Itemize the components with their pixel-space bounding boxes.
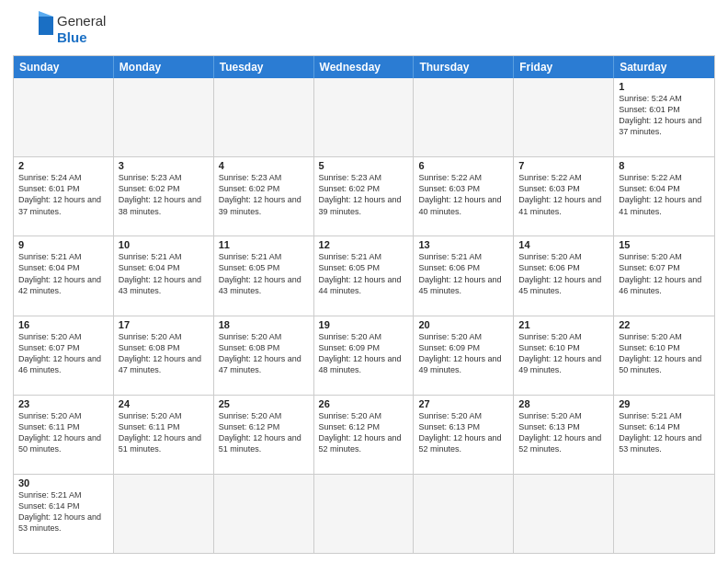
cal-cell-empty-0-1 (114, 78, 214, 156)
cal-header-wednesday: Wednesday (314, 56, 415, 78)
cal-cell-11: 11Sunrise: 5:21 AM Sunset: 6:05 PM Dayli… (214, 236, 314, 315)
day-info: Sunrise: 5:20 AM Sunset: 6:12 PM Dayligh… (319, 410, 409, 455)
cal-row-3: 16Sunrise: 5:20 AM Sunset: 6:07 PM Dayli… (14, 316, 714, 395)
day-number: 6 (418, 160, 508, 171)
cal-cell-1: 1Sunrise: 5:24 AM Sunset: 6:01 PM Daylig… (614, 78, 714, 156)
cal-cell-26: 26Sunrise: 5:20 AM Sunset: 6:12 PM Dayli… (314, 396, 415, 474)
cal-cell-empty-5-5 (514, 475, 614, 553)
cal-cell-9: 9Sunrise: 5:21 AM Sunset: 6:04 PM Daylig… (14, 236, 114, 315)
day-info: Sunrise: 5:20 AM Sunset: 6:10 PM Dayligh… (619, 331, 710, 376)
cal-cell-14: 14Sunrise: 5:20 AM Sunset: 6:06 PM Dayli… (514, 236, 614, 315)
cal-cell-18: 18Sunrise: 5:20 AM Sunset: 6:08 PM Dayli… (214, 316, 314, 395)
day-info: Sunrise: 5:22 AM Sunset: 6:03 PM Dayligh… (418, 172, 508, 217)
cal-header-monday: Monday (114, 56, 214, 78)
cal-header-saturday: Saturday (614, 56, 714, 78)
day-number: 17 (119, 319, 209, 330)
calendar: SundayMondayTuesdayWednesdayThursdayFrid… (13, 55, 715, 554)
cal-header-tuesday: Tuesday (214, 56, 314, 78)
day-number: 23 (18, 398, 108, 409)
cal-cell-22: 22Sunrise: 5:20 AM Sunset: 6:10 PM Dayli… (614, 316, 714, 395)
cal-cell-8: 8Sunrise: 5:22 AM Sunset: 6:04 PM Daylig… (614, 157, 714, 236)
day-number: 28 (518, 398, 609, 409)
day-info: Sunrise: 5:20 AM Sunset: 6:07 PM Dayligh… (619, 251, 710, 296)
day-info: Sunrise: 5:20 AM Sunset: 6:07 PM Dayligh… (18, 331, 108, 376)
day-info: Sunrise: 5:20 AM Sunset: 6:13 PM Dayligh… (518, 410, 609, 455)
day-number: 27 (418, 398, 508, 409)
day-info: Sunrise: 5:20 AM Sunset: 6:06 PM Dayligh… (518, 251, 609, 296)
cal-cell-empty-0-2 (214, 78, 314, 156)
day-info: Sunrise: 5:20 AM Sunset: 6:10 PM Dayligh… (518, 331, 609, 376)
day-info: Sunrise: 5:24 AM Sunset: 6:01 PM Dayligh… (619, 93, 710, 138)
day-info: Sunrise: 5:20 AM Sunset: 6:11 PM Dayligh… (18, 410, 108, 455)
cal-cell-empty-0-3 (314, 78, 415, 156)
day-info: Sunrise: 5:21 AM Sunset: 6:05 PM Dayligh… (319, 251, 409, 296)
cal-cell-empty-5-2 (214, 475, 314, 553)
cal-cell-16: 16Sunrise: 5:20 AM Sunset: 6:07 PM Dayli… (14, 316, 114, 395)
cal-cell-21: 21Sunrise: 5:20 AM Sunset: 6:10 PM Dayli… (514, 316, 614, 395)
day-number: 4 (219, 160, 309, 171)
logo-blue-text: Blue (57, 29, 106, 46)
day-info: Sunrise: 5:21 AM Sunset: 6:04 PM Dayligh… (119, 251, 209, 296)
day-info: Sunrise: 5:24 AM Sunset: 6:01 PM Dayligh… (18, 172, 108, 217)
day-info: Sunrise: 5:21 AM Sunset: 6:14 PM Dayligh… (619, 410, 710, 455)
day-number: 25 (219, 398, 309, 409)
cal-row-0: 1Sunrise: 5:24 AM Sunset: 6:01 PM Daylig… (14, 78, 714, 156)
cal-cell-empty-5-6 (614, 475, 714, 553)
day-info: Sunrise: 5:21 AM Sunset: 6:14 PM Dayligh… (18, 489, 108, 534)
cal-cell-27: 27Sunrise: 5:20 AM Sunset: 6:13 PM Dayli… (414, 396, 514, 474)
cal-row-4: 23Sunrise: 5:20 AM Sunset: 6:11 PM Dayli… (14, 395, 714, 474)
svg-marker-0 (39, 17, 53, 35)
cal-row-5: 30Sunrise: 5:21 AM Sunset: 6:14 PM Dayli… (14, 474, 714, 553)
logo: GeneralBlue (13, 9, 106, 50)
day-number: 16 (18, 319, 108, 330)
cal-header-sunday: Sunday (14, 56, 114, 78)
cal-cell-24: 24Sunrise: 5:20 AM Sunset: 6:11 PM Dayli… (114, 396, 214, 474)
day-info: Sunrise: 5:20 AM Sunset: 6:09 PM Dayligh… (418, 331, 508, 376)
cal-row-2: 9Sunrise: 5:21 AM Sunset: 6:04 PM Daylig… (14, 236, 714, 315)
day-info: Sunrise: 5:20 AM Sunset: 6:08 PM Dayligh… (219, 331, 309, 376)
cal-cell-4: 4Sunrise: 5:23 AM Sunset: 6:02 PM Daylig… (214, 157, 314, 236)
day-info: Sunrise: 5:23 AM Sunset: 6:02 PM Dayligh… (319, 172, 409, 217)
day-info: Sunrise: 5:21 AM Sunset: 6:04 PM Dayligh… (18, 251, 108, 296)
day-info: Sunrise: 5:20 AM Sunset: 6:12 PM Dayligh… (219, 410, 309, 455)
cal-cell-19: 19Sunrise: 5:20 AM Sunset: 6:09 PM Dayli… (314, 316, 415, 395)
logo-general-text: General (57, 13, 106, 29)
day-number: 1 (619, 81, 710, 92)
day-number: 20 (418, 319, 508, 330)
day-info: Sunrise: 5:23 AM Sunset: 6:02 PM Dayligh… (119, 172, 209, 217)
cal-cell-5: 5Sunrise: 5:23 AM Sunset: 6:02 PM Daylig… (314, 157, 415, 236)
cal-cell-3: 3Sunrise: 5:23 AM Sunset: 6:02 PM Daylig… (114, 157, 214, 236)
cal-header-thursday: Thursday (414, 56, 514, 78)
day-number: 30 (18, 477, 108, 488)
cal-header-friday: Friday (514, 56, 614, 78)
day-info: Sunrise: 5:22 AM Sunset: 6:03 PM Dayligh… (518, 172, 609, 217)
cal-cell-29: 29Sunrise: 5:21 AM Sunset: 6:14 PM Dayli… (614, 396, 714, 474)
cal-cell-empty-5-1 (114, 475, 214, 553)
day-info: Sunrise: 5:21 AM Sunset: 6:05 PM Dayligh… (219, 251, 309, 296)
day-number: 12 (319, 239, 409, 250)
day-number: 13 (418, 239, 508, 250)
day-number: 22 (619, 319, 710, 330)
cal-cell-23: 23Sunrise: 5:20 AM Sunset: 6:11 PM Dayli… (14, 396, 114, 474)
cal-cell-28: 28Sunrise: 5:20 AM Sunset: 6:13 PM Dayli… (514, 396, 614, 474)
day-number: 9 (18, 239, 108, 250)
cal-cell-17: 17Sunrise: 5:20 AM Sunset: 6:08 PM Dayli… (114, 316, 214, 395)
cal-cell-30: 30Sunrise: 5:21 AM Sunset: 6:14 PM Dayli… (14, 475, 114, 553)
day-number: 18 (219, 319, 309, 330)
day-number: 11 (219, 239, 309, 250)
day-number: 10 (119, 239, 209, 250)
calendar-header-row: SundayMondayTuesdayWednesdayThursdayFrid… (14, 56, 714, 78)
cal-cell-2: 2Sunrise: 5:24 AM Sunset: 6:01 PM Daylig… (14, 157, 114, 236)
cal-cell-12: 12Sunrise: 5:21 AM Sunset: 6:05 PM Dayli… (314, 236, 415, 315)
day-info: Sunrise: 5:22 AM Sunset: 6:04 PM Dayligh… (619, 172, 710, 217)
day-info: Sunrise: 5:20 AM Sunset: 6:11 PM Dayligh… (119, 410, 209, 455)
cal-cell-15: 15Sunrise: 5:20 AM Sunset: 6:07 PM Dayli… (614, 236, 714, 315)
cal-cell-empty-5-3 (314, 475, 415, 553)
logo-svg (13, 9, 53, 50)
cal-cell-6: 6Sunrise: 5:22 AM Sunset: 6:03 PM Daylig… (414, 157, 514, 236)
day-number: 7 (518, 160, 609, 171)
day-number: 19 (319, 319, 409, 330)
calendar-body: 1Sunrise: 5:24 AM Sunset: 6:01 PM Daylig… (14, 78, 714, 553)
day-info: Sunrise: 5:20 AM Sunset: 6:08 PM Dayligh… (119, 331, 209, 376)
day-info: Sunrise: 5:20 AM Sunset: 6:09 PM Dayligh… (319, 331, 409, 376)
